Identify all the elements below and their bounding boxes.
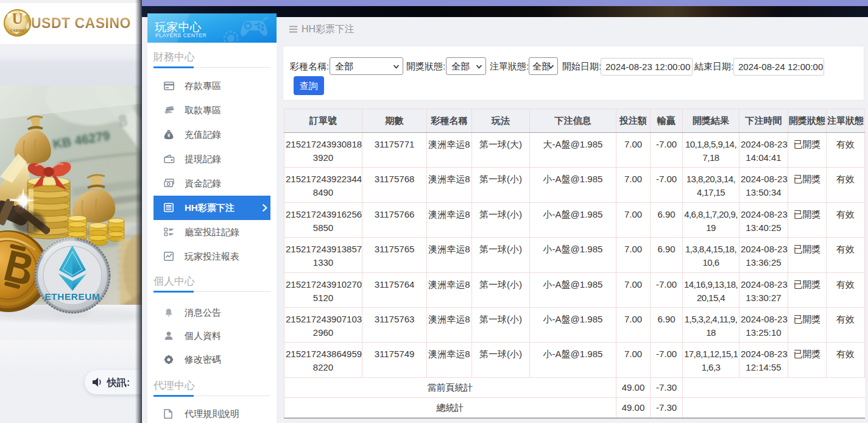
svg-text:ETHEREUM: ETHEREUM <box>45 291 101 302</box>
svg-text:¥: ¥ <box>168 132 171 138</box>
